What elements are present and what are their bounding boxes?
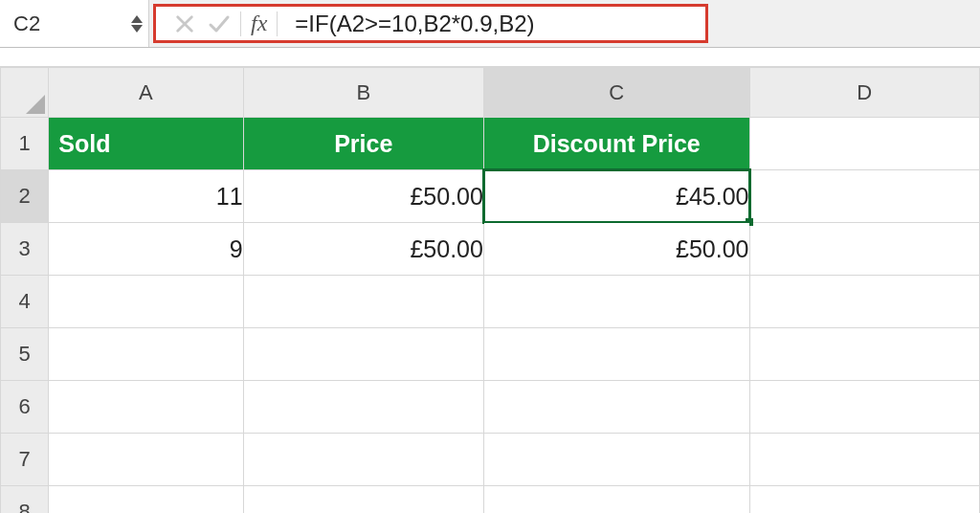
cell-c6[interactable] [483, 381, 749, 434]
cell-a5[interactable] [49, 328, 243, 381]
cell-a2[interactable]: 11 [49, 170, 243, 223]
cell-d8[interactable] [749, 486, 979, 514]
cell-c2-value: £45.00 [676, 183, 748, 210]
cell-c3[interactable]: £50.00 [483, 223, 749, 276]
formula-bar: C2 fx =IF(A2>=10,B2*0.9,B2) [0, 0, 980, 48]
table-row: 8 [1, 486, 980, 514]
fx-label[interactable]: fx [245, 11, 273, 36]
table-row: 4 [1, 276, 980, 328]
formula-bar-highlight: fx =IF(A2>=10,B2*0.9,B2) [153, 4, 708, 43]
cell-a8[interactable] [49, 486, 243, 514]
col-header-b[interactable]: B [243, 68, 483, 118]
x-icon [174, 13, 195, 34]
cell-a6[interactable] [49, 381, 243, 434]
table-row: 2 11 £50.00 £45.00 [1, 170, 980, 223]
spinner-down-icon [131, 25, 143, 33]
cell-c2[interactable]: £45.00 [483, 170, 749, 223]
cell-b1[interactable]: Price [243, 118, 483, 170]
name-box-spinner[interactable] [125, 0, 148, 47]
grid: A B C D 1 Sold Price Discount Price 2 11… [0, 67, 980, 513]
check-icon [208, 12, 231, 35]
cell-c7[interactable] [483, 434, 749, 486]
row-header-7[interactable]: 7 [1, 434, 49, 486]
cell-b5[interactable] [243, 328, 483, 381]
cell-a7[interactable] [49, 434, 243, 486]
cell-d6[interactable] [749, 381, 979, 434]
cell-c1[interactable]: Discount Price [483, 118, 749, 170]
table-row: 7 [1, 434, 980, 486]
cell-b4[interactable] [243, 276, 483, 328]
cell-d3[interactable] [749, 223, 979, 276]
row-header-3[interactable]: 3 [1, 223, 49, 276]
spinner-up-icon [131, 15, 143, 23]
cell-d4[interactable] [749, 276, 979, 328]
cell-b6[interactable] [243, 381, 483, 434]
row-header-2[interactable]: 2 [1, 170, 49, 223]
row-header-4[interactable]: 4 [1, 276, 49, 328]
cell-d7[interactable] [749, 434, 979, 486]
cancel-formula-button[interactable] [167, 7, 202, 41]
cell-a1[interactable]: Sold [49, 118, 243, 170]
cell-a4[interactable] [49, 276, 243, 328]
cell-c8[interactable] [483, 486, 749, 514]
column-header-row: A B C D [1, 68, 980, 118]
cell-d5[interactable] [749, 328, 979, 381]
gap-strip [0, 48, 980, 67]
spreadsheet: A B C D 1 Sold Price Discount Price 2 11… [0, 67, 980, 513]
formula-bar-separator [240, 11, 241, 36]
cell-c5[interactable] [483, 328, 749, 381]
table-row: 6 [1, 381, 980, 434]
name-box[interactable]: C2 [10, 11, 125, 36]
accept-formula-button[interactable] [202, 7, 236, 41]
table-row: 5 [1, 328, 980, 381]
cell-d1[interactable] [749, 118, 979, 170]
col-header-d[interactable]: D [749, 68, 979, 118]
formula-input[interactable]: =IF(A2>=10,B2*0.9,B2) [281, 11, 700, 37]
table-row: 1 Sold Price Discount Price [1, 118, 980, 170]
cell-b2[interactable]: £50.00 [243, 170, 483, 223]
cell-d2[interactable] [749, 170, 979, 223]
cell-c4[interactable] [483, 276, 749, 328]
cell-b3[interactable]: £50.00 [243, 223, 483, 276]
cell-a3[interactable]: 9 [49, 223, 243, 276]
row-header-6[interactable]: 6 [1, 381, 49, 434]
row-header-8[interactable]: 8 [1, 486, 49, 514]
col-header-c[interactable]: C [483, 68, 749, 118]
row-header-5[interactable]: 5 [1, 328, 49, 381]
select-all-corner[interactable] [1, 68, 49, 118]
cell-b7[interactable] [243, 434, 483, 486]
formula-bar-separator-2 [277, 11, 278, 36]
row-header-1[interactable]: 1 [1, 118, 49, 170]
table-row: 3 9 £50.00 £50.00 [1, 223, 980, 276]
col-header-a[interactable]: A [49, 68, 243, 118]
name-box-container: C2 [0, 0, 149, 47]
cell-b8[interactable] [243, 486, 483, 514]
